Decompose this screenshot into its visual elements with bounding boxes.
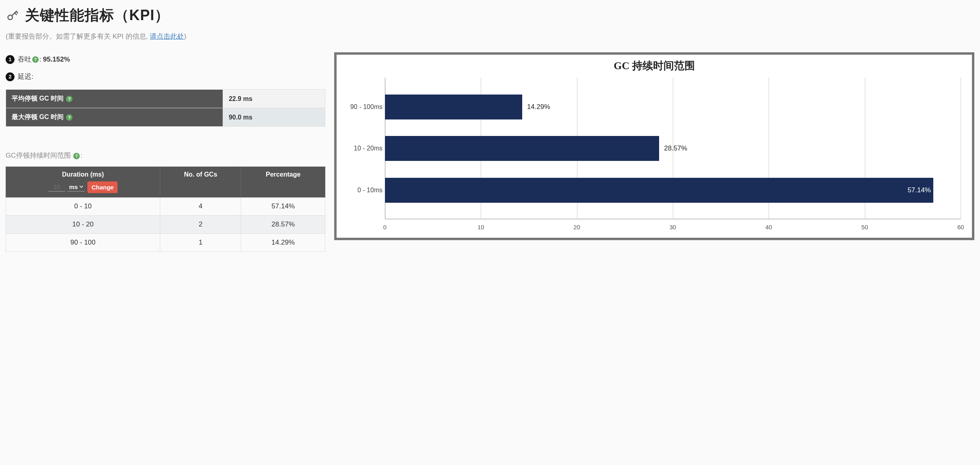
range-heading: GC停顿持续时间范围 ?:: [6, 151, 325, 160]
chart-bar-row: 90 - 100ms14.29%: [385, 95, 961, 119]
badge-2: 2: [6, 72, 14, 81]
col-percentage: Percentage: [241, 167, 325, 198]
help-icon[interactable]: ?: [32, 56, 39, 63]
duration-range-table: Duration (ms) ms Change No. of GCs: [6, 167, 325, 252]
x-tick-label: 30: [670, 224, 676, 230]
table-row: 10 - 20 2 28.57%: [6, 216, 325, 234]
kpi-latency: 2 延迟:: [6, 72, 325, 81]
col-gcs: No. of GCs: [160, 167, 241, 198]
chart-gridline: [961, 78, 961, 219]
throughput-value: 95.152%: [43, 56, 70, 64]
change-button[interactable]: Change: [87, 181, 118, 193]
chart-value-label: 28.57%: [664, 144, 687, 152]
kpi-info-link[interactable]: 请点击此处: [150, 33, 184, 40]
table-row: 0 - 10 4 57.14%: [6, 198, 325, 216]
page-subtitle: (重要报告部分。如需了解更多有关 KPI 的信息, 请点击此处): [6, 32, 974, 41]
chart-value-label: 57.14%: [908, 186, 931, 194]
x-tick-label: 40: [765, 224, 772, 230]
x-tick-label: 0: [383, 224, 387, 230]
x-tick-label: 20: [573, 224, 580, 230]
chart-category-label: 10 - 20ms: [341, 145, 382, 152]
chart-value-label: 14.29%: [527, 103, 550, 111]
table-row: 最大停顿 GC 时间 ? 90.0 ms: [6, 108, 325, 127]
max-pause-value: 90.0 ms: [223, 108, 325, 127]
duration-input[interactable]: [48, 183, 65, 191]
gc-duration-chart: GC 持续时间范围 010203040506090 - 100ms14.29%1…: [334, 52, 974, 240]
throughput-label: 吞吐: [18, 55, 31, 64]
chart-bar: 14.29%: [385, 95, 522, 119]
chart-bar-row: 10 - 20ms28.57%: [385, 136, 961, 161]
help-icon[interactable]: ?: [66, 96, 72, 102]
help-icon[interactable]: ?: [66, 114, 72, 121]
col-duration: Duration (ms) ms Change: [6, 167, 160, 198]
badge-1: 1: [6, 55, 14, 64]
chart-category-label: 90 - 100ms: [341, 103, 382, 111]
key-icon: [6, 9, 19, 23]
table-row: 90 - 100 1 14.29%: [6, 234, 325, 252]
page-title: 关键性能指标（KPI）: [25, 6, 170, 25]
latency-table: 平均停顿 GC 时间 ? 22.9 ms 最大停顿 GC 时间 ? 90.0 m…: [6, 89, 325, 127]
chart-bar: 28.57%: [385, 136, 659, 161]
chart-plot-area: 010203040506090 - 100ms14.29%10 - 20ms28…: [385, 78, 961, 230]
latency-label: 延迟:: [18, 72, 33, 81]
unit-select[interactable]: ms: [68, 183, 85, 191]
table-row: 平均停顿 GC 时间 ? 22.9 ms: [6, 90, 325, 108]
kpi-throughput: 1 吞吐 ? : 95.152%: [6, 55, 325, 64]
chart-title: GC 持续时间范围: [341, 59, 968, 73]
page-header: 关键性能指标（KPI）: [6, 6, 974, 25]
x-tick-label: 50: [861, 224, 868, 230]
help-icon[interactable]: ?: [73, 153, 80, 159]
chart-bar: 57.14%: [385, 178, 933, 203]
x-tick-label: 10: [478, 224, 484, 230]
avg-pause-value: 22.9 ms: [223, 90, 325, 108]
chart-bar-row: 0 - 10ms57.14%: [385, 178, 961, 203]
chart-category-label: 0 - 10ms: [341, 187, 382, 194]
chevron-down-icon: [79, 185, 83, 189]
x-tick-label: 60: [957, 224, 964, 230]
